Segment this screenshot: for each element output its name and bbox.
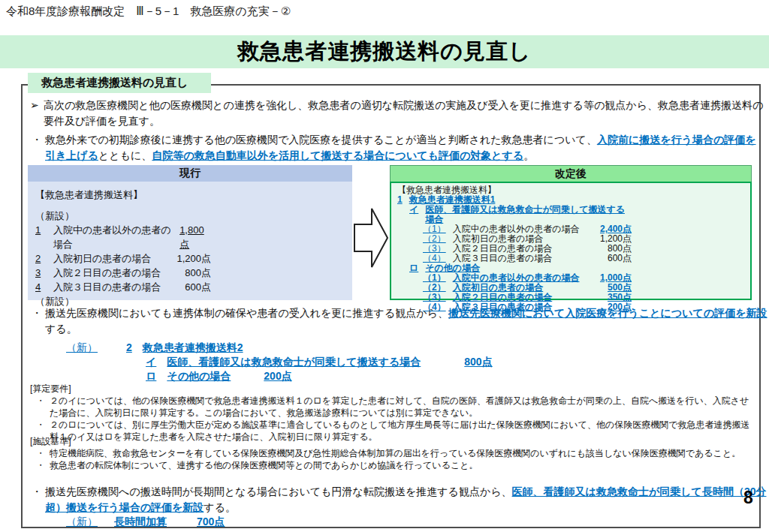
page-title: 救急患者連携搬送料の見直し (237, 37, 531, 67)
current-table: 現行 【救急患者連携搬送料】 （新設） 1 入院中の患者以外の患者の場合 1,8… (28, 165, 352, 300)
table-row: （1） 入院中の患者以外の患者の場合 1,000点 (397, 273, 744, 283)
arrow-bullet-icon: ➢ (30, 98, 39, 113)
current-table-title: 【救急患者連携搬送料】 (35, 188, 345, 202)
section-label: 救急患者連携搬送料の見直し (28, 73, 211, 93)
intro-bullet-2-mid: とともに、 (98, 149, 152, 161)
row-number: 1 (35, 223, 53, 251)
kana-i: イ (146, 356, 156, 368)
current-rows: 1 入院中の患者以外の患者の場合 1,800点 2 入院初日の患者の場合 1,2… (35, 223, 345, 294)
facility-standard-text: 特定機能病院、救命救急センターを有している保険医療機関及び急性期総合体制加算の届… (50, 448, 740, 458)
row-number: 2 (35, 251, 53, 266)
item-number: 2 (126, 341, 132, 353)
destination-bullet-end: する。 (45, 323, 77, 335)
kana-ro: ロ (146, 370, 156, 382)
new-item-2-row-a: イ 医師、看護師又は救急救命士が同乗して搬送する場合800点 (66, 355, 493, 369)
dot-bullet-icon: ・ (32, 132, 42, 148)
long-transport-bullet: ・ 搬送先医療機関への搬送時間が長期間となる場合においても円滑な転院搬送を推進す… (32, 484, 767, 515)
facility-standard-item: ・ 特定機能病院、救命救急センターを有している保険医療機関及び急性期総合体制加算… (30, 447, 751, 459)
table-row: 4 入院３日目の患者の場合 600点 (35, 280, 345, 294)
new-long-time-addition: （新）長時間加算700点 (66, 515, 225, 529)
destination-bullet: ・ 搬送先医療機関においても連携体制の確保や患者の受入れを更に推進する観点から、… (32, 305, 769, 337)
row-points: 800点 (185, 266, 211, 280)
addition-name: 長時間加算 (114, 515, 167, 527)
table-row: （2） 入院初日の患者の場合 500点 (397, 283, 744, 293)
facility-standards-heading: [施設基準] (30, 435, 751, 447)
long-transport-pre: 搬送先医療機関への搬送時間が長期間となる場合においても円滑な転院搬送を推進する観… (45, 485, 512, 497)
row-points: 600点 (185, 280, 211, 294)
item-name: 救急患者連携搬送料2 (143, 341, 243, 353)
row-number: 4 (35, 280, 53, 294)
row-label: 入院２日目の患者の場合 (53, 266, 161, 280)
row-label: 入院初日の患者の場合 (53, 251, 152, 266)
billing-requirement-text: ２のイについては、他の保険医療機関で救急患者連携搬送料１のロを算定した患者に対し… (50, 395, 749, 418)
page-number: 8 (743, 488, 753, 508)
row-a-label: 医師、看護師又は救急救命士が同乗して搬送する場合 (167, 356, 421, 368)
current-table-body: 【救急患者連携搬送料】 （新設） 1 入院中の患者以外の患者の場合 1,800点… (28, 182, 352, 300)
new-item-2: （新）2 救急患者連携搬送料2 イ 医師、看護師又は救急救命士が同乗して搬送する… (66, 341, 493, 383)
table-row: （3） 入院２日目の患者の場合 800点 (397, 244, 744, 254)
row-b-label: その他の場合 (167, 370, 231, 382)
table-row: （3） 入院２日目の患者の場合 350点 (397, 293, 744, 302)
dot-bullet-icon: ・ (32, 305, 42, 321)
table-row: 1 入院中の患者以外の患者の場合 1,800点 (35, 223, 345, 251)
row-a-points: 800点 (464, 356, 492, 368)
row-points: 600点 (608, 254, 632, 263)
row-number: 1 (397, 195, 403, 205)
new-label: （新） (66, 341, 98, 353)
table-row: 3 入院２日目の患者の場合 800点 (35, 266, 345, 280)
revised-rows: 1 救急患者連携搬送料1 イ 医師、看護師又は救急救命士が同乗して搬送する場合 (397, 195, 744, 312)
intro-bullet-2-highlight-2: 自院等の救急自動車以外を活用して搬送する場合についても評価の対象とする (152, 149, 523, 161)
long-transport-end: する。 (204, 501, 236, 513)
new-label: （新） (66, 515, 98, 527)
intro-bullet-2: ・ 救急外来での初期診療後に連携する他の医療機関で入院医療を提供することが適当と… (32, 132, 764, 164)
row-points: 1,200点 (176, 251, 211, 266)
current-new-label-top: （新設） (35, 209, 345, 223)
row-label: 入院３日目の患者の場合 (53, 280, 161, 294)
billing-requirements: [算定要件] ・ ２のイについては、他の保険医療機関で救急患者連携搬送料１のロを… (30, 383, 751, 443)
intro-bullet-2-pre: 救急外来での初期診療後に連携する他の医療機関で入院医療を提供することが適当と判断… (45, 134, 597, 146)
facility-standards: [施設基準] ・ 特定機能病院、救命救急センターを有している保険医療機関及び急性… (30, 435, 751, 471)
table-row: イ 医師、看護師又は救急救命士が同乗して搬送する場合 (397, 205, 744, 224)
dot-bullet-icon: ・ (36, 459, 45, 471)
revised-table-header: 改定後 (390, 165, 752, 182)
new-item-2-line1: （新）2 救急患者連携搬送料2 (66, 341, 493, 355)
title-bar: 救急患者連携搬送料の見直し (0, 35, 769, 68)
intro-bullet-2-end: 。 (523, 149, 534, 161)
row-points: 1,800点 (179, 223, 211, 251)
row-b-points: 200点 (264, 370, 291, 382)
destination-bullet-highlight: 搬送先医療機関において入院医療を行うことについての評価を新設 (448, 307, 767, 319)
row-number: 3 (35, 266, 53, 280)
intro-bullet-1-text: 高次の救急医療機関と他の医療機関との連携を強化し、救急患者の適切な転院搬送の実施… (44, 99, 763, 127)
row-number: イ (409, 205, 418, 224)
facility-standard-item: ・ 救急患者の転院体制について、連携する他の保険医療機関等との間であらかじめ協議… (30, 459, 751, 471)
dot-bullet-icon: ・ (36, 419, 45, 431)
row-label: 入院中の患者以外の患者の場合 (53, 223, 179, 251)
row-number: ロ (409, 263, 418, 273)
current-table-header: 現行 (28, 165, 352, 182)
billing-requirements-heading: [算定要件] (30, 383, 751, 395)
slide-page: 令和8年度診療報酬改定 Ⅲ－5－1 救急医療の充実－② 救急患者連携搬送料の見直… (0, 0, 769, 532)
document-header-note: 令和8年度診療報酬改定 Ⅲ－5－1 救急医療の充実－② (6, 5, 291, 19)
table-row: （2） 入院初日の患者の場合 1,200点 (397, 234, 744, 244)
revised-table-body: 【救急患者連携搬送料】 1 救急患者連携搬送料1 イ 医師、看護師又は救急救命士… (390, 182, 752, 300)
table-row: （1） 入院中の患者以外の患者の場合 2,400点 (397, 224, 744, 234)
content-box: ➢ 高次の救急医療機関と他の医療機関との連携を強化し、救急患者の適切な転院搬送の… (21, 84, 761, 528)
revised-table: 改定後 【救急患者連携搬送料】 1 救急患者連携搬送料1 イ 医師、看 (390, 165, 752, 300)
intro-bullet-1: ➢ 高次の救急医療機関と他の医療機関との連携を強化し、救急患者の適切な転院搬送の… (29, 98, 766, 129)
transition-arrow-icon (354, 204, 388, 275)
dot-bullet-icon: ・ (36, 395, 45, 407)
row-label: 医師、看護師又は救急救命士が同乗して搬送する場合 (425, 205, 632, 224)
facility-standard-text: 救急患者の転院体制について、連携する他の保険医療機関等との間であらかじめ協議を行… (50, 460, 478, 470)
addition-points: 700点 (197, 515, 225, 527)
table-row: 2 入院初日の患者の場合 1,200点 (35, 251, 345, 266)
dot-bullet-icon: ・ (36, 447, 45, 459)
destination-bullet-pre: 搬送先医療機関においても連携体制の確保や患者の受入れを更に推進する観点から、 (45, 307, 448, 319)
new-item-2-row-b: ロ その他の場合200点 (66, 369, 493, 383)
billing-requirement-item: ・ ２のイについては、他の保険医療機関で救急患者連携搬送料１のロを算定した患者に… (30, 395, 751, 419)
dot-bullet-icon: ・ (32, 484, 42, 500)
